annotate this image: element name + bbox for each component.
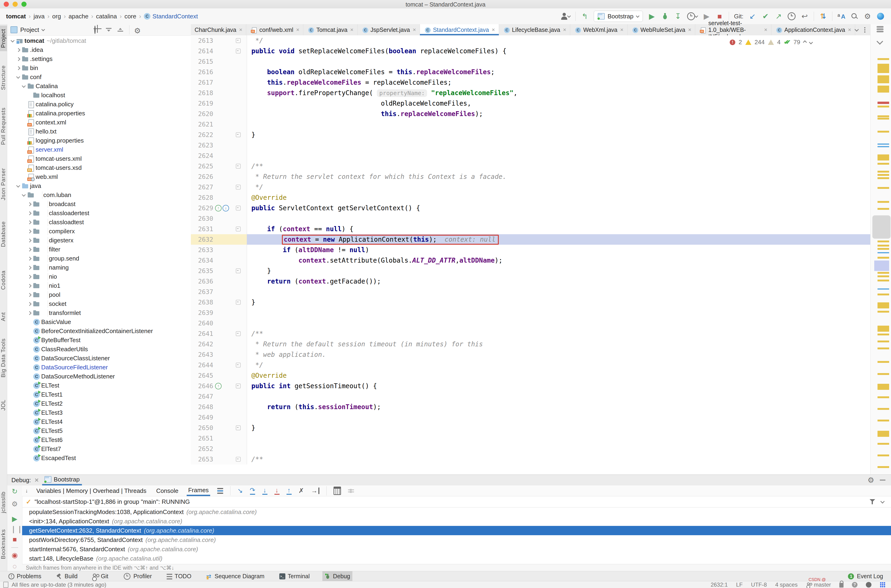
breadcrumb-item[interactable]: apache (69, 13, 89, 20)
code-line[interactable]: 2639 (191, 308, 870, 318)
chevron-collapsed-icon[interactable] (26, 210, 32, 216)
build-settings-icon[interactable]: ⚙ (11, 500, 19, 508)
breadcrumb-item[interactable]: tomcat (6, 13, 26, 20)
chevron-collapsed-icon[interactable] (26, 228, 32, 234)
editor-tab[interactable]: StandardContext.java× (420, 24, 499, 35)
tree-item[interactable]: nio1 (7, 281, 191, 290)
editor-tab[interactable]: <>servelet-test-1.0_bak/WEB-INF/web.xml× (695, 24, 771, 35)
fold-marker-icon[interactable] (236, 331, 241, 336)
scrollbar-thumb[interactable] (872, 215, 891, 238)
chevron-expanded-icon[interactable] (15, 74, 21, 80)
fold-marker-icon[interactable] (236, 184, 241, 190)
step-out-icon[interactable]: ↑ (287, 487, 291, 495)
chevron-collapsed-icon[interactable] (26, 201, 32, 207)
code-line[interactable]: 2619 oldReplaceWelcomeFiles, (191, 98, 870, 109)
overrides-icon[interactable]: ↑ (215, 383, 222, 389)
code-line[interactable]: 2625/** (191, 161, 870, 171)
fold-marker-icon[interactable] (236, 457, 241, 462)
chevron-collapsed-icon[interactable] (15, 56, 21, 62)
tree-item[interactable]: logging.properties (7, 136, 191, 145)
stripe-button-big-data-tools[interactable]: Big Data Tools (0, 331, 7, 385)
breadcrumb-item[interactable]: java (33, 13, 45, 20)
code-line[interactable]: 2636 return (context.getFacade()); (191, 276, 870, 286)
code-line[interactable]: 2628@Override (191, 192, 870, 203)
search-everywhere-icon[interactable] (850, 12, 858, 21)
fold-marker-icon[interactable] (236, 363, 241, 368)
chevron-expanded-icon[interactable] (15, 183, 21, 189)
settings-gear-icon[interactable]: ⚙ (864, 12, 871, 21)
tree-item[interactable]: naming (7, 263, 191, 272)
toolwindow-todo[interactable]: TODO (164, 571, 194, 581)
show-execution-point-icon[interactable]: ↘ (237, 488, 243, 494)
chevron-collapsed-icon[interactable] (26, 256, 32, 262)
code-line[interactable]: 2651 (191, 433, 870, 444)
scrollbar-menu-icon[interactable] (877, 26, 883, 32)
inspections-widget[interactable]: ! 2 244 4 ✔✔ 79 (730, 39, 812, 46)
code-line[interactable]: 2634 context.setAttribute(Globals.ALT_DD… (191, 255, 870, 266)
mute-breakpoints-icon[interactable]: ◌ (11, 562, 19, 570)
git-branch-widget[interactable]: master (806, 582, 831, 588)
user-account-icon[interactable] (561, 12, 570, 21)
previous-problem-icon[interactable] (803, 40, 807, 44)
close-tab-icon[interactable]: × (688, 27, 691, 33)
code-line[interactable]: 2616 boolean oldReplaceWelcomeFiles = th… (191, 67, 870, 77)
locate-file-icon[interactable] (94, 26, 101, 33)
tree-item[interactable]: BasicValue (7, 318, 191, 327)
tree-item[interactable]: broadcast (7, 200, 191, 208)
layout-menu-icon[interactable] (217, 488, 223, 494)
line-separator[interactable]: LF (736, 582, 743, 588)
debug-settings-gear-icon[interactable]: ⚙ (867, 476, 874, 484)
overrides-icon[interactable]: ↑ (215, 205, 222, 212)
close-tab-icon[interactable]: × (563, 27, 566, 33)
breadcrumb-item[interactable]: org (52, 13, 61, 20)
tree-item[interactable]: ELTest2 (7, 399, 191, 408)
fold-marker-icon[interactable] (236, 384, 241, 388)
chevron-expanded-icon[interactable] (21, 192, 27, 198)
chevron-collapsed-icon[interactable] (26, 310, 32, 316)
code-line[interactable]: 2649 (191, 412, 870, 423)
stack-frame-row[interactable]: getServletContext:2632, StandardContext(… (22, 526, 891, 535)
chevron-collapsed-icon[interactable] (26, 265, 32, 271)
code-line[interactable]: 2633 if (altDDName != null) (191, 245, 870, 255)
code-line[interactable]: 2629↑↓public ServletContext getServletCo… (191, 203, 870, 213)
fold-marker-icon[interactable] (236, 49, 241, 54)
code-line[interactable]: 2641/** (191, 328, 870, 339)
tab-console[interactable]: Console (155, 485, 180, 496)
tab-frames[interactable]: Frames (187, 485, 210, 496)
code-line[interactable]: 2653/** (191, 454, 870, 465)
tree-item[interactable]: <>server.xml (7, 145, 191, 154)
code-line[interactable]: 2645@Override (191, 370, 870, 381)
toolwindow-problems[interactable]: Problems (6, 571, 44, 581)
tree-item[interactable]: Catalina (7, 82, 191, 91)
code-line[interactable]: 2624 (191, 150, 870, 161)
tree-item[interactable]: ELTest3 (7, 408, 191, 417)
chevron-collapsed-icon[interactable] (26, 219, 32, 225)
hide-panel-icon[interactable] (146, 26, 153, 33)
tree-item[interactable]: catalina.properties (7, 109, 191, 118)
stripe-button-structure[interactable]: Structure (0, 62, 7, 94)
fold-marker-icon[interactable] (236, 132, 241, 137)
caret-position[interactable]: 2632:1 (711, 582, 727, 588)
file-encoding[interactable]: UTF-8 (751, 582, 767, 588)
code-line[interactable]: 2637 (191, 286, 870, 297)
chevron-collapsed-icon[interactable] (26, 292, 32, 298)
code-line[interactable]: 2626 * Return the servlet context for wh… (191, 171, 870, 182)
close-tab-icon[interactable]: × (848, 27, 851, 33)
code-line[interactable]: 2642 * Return the default session timeou… (191, 339, 870, 350)
code-line[interactable]: 2632 context = new ApplicationContext(th… (191, 234, 870, 245)
tree-item[interactable]: ELTest (7, 381, 191, 390)
chevron-collapsed-icon[interactable] (26, 301, 32, 307)
drop-frame-icon[interactable]: ✗ (299, 488, 304, 494)
tree-item[interactable]: conf (7, 73, 191, 82)
codota-sphere-icon[interactable] (877, 12, 885, 21)
chevron-down-icon[interactable] (880, 499, 885, 503)
code-line[interactable]: 2627 */ (191, 182, 870, 192)
fold-marker-icon[interactable] (236, 300, 241, 305)
code-line[interactable]: 2614public void setReplaceWelcomeFiles(b… (191, 46, 870, 56)
chevron-collapsed-icon[interactable] (15, 65, 21, 71)
close-tab-icon[interactable]: × (350, 27, 353, 33)
collapse-all-icon[interactable] (117, 26, 125, 33)
translate-icon[interactable] (837, 12, 845, 21)
stripe-button-ant[interactable]: Ant (0, 306, 7, 328)
lock-icon[interactable] (839, 583, 843, 588)
